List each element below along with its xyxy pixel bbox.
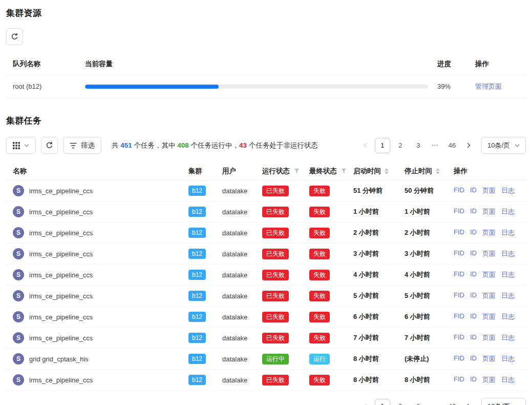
page-item-1[interactable]: 1 bbox=[375, 138, 390, 153]
run-status-cell: 已失败 bbox=[262, 270, 309, 280]
fid-link[interactable]: FID bbox=[454, 207, 464, 216]
user-name: datalake bbox=[222, 355, 247, 363]
run-status-badge: 已失败 bbox=[262, 333, 289, 343]
log-link[interactable]: 日志 bbox=[501, 270, 515, 279]
manage-page-link[interactable]: 管理页面 bbox=[475, 83, 502, 90]
cluster-tag: b12 bbox=[188, 312, 206, 322]
log-link[interactable]: 日志 bbox=[501, 291, 515, 300]
avatar: S bbox=[13, 227, 24, 238]
stop-time: 2 小时前 bbox=[405, 228, 454, 237]
prev-page-button[interactable] bbox=[359, 138, 372, 153]
user-cell: datalake bbox=[222, 292, 262, 300]
start-time: 5 小时前 bbox=[353, 291, 405, 300]
start-time: 1 小时前 bbox=[353, 207, 405, 216]
log-link[interactable]: 日志 bbox=[501, 354, 515, 363]
refresh-icon bbox=[46, 141, 53, 149]
name-cell: S irms_ce_pipeline_ccs bbox=[13, 311, 188, 322]
page-link[interactable]: 页面 bbox=[482, 375, 496, 384]
page-link[interactable]: 页面 bbox=[482, 249, 496, 258]
page-link[interactable]: 页面 bbox=[482, 270, 496, 279]
layout-grid-button[interactable] bbox=[6, 137, 36, 154]
avatar: S bbox=[13, 248, 24, 259]
id-link[interactable]: ID bbox=[470, 291, 477, 300]
fid-link[interactable]: FID bbox=[454, 354, 464, 363]
filter-funnel-icon[interactable] bbox=[341, 168, 347, 174]
fid-link[interactable]: FID bbox=[454, 333, 464, 342]
fid-link[interactable]: FID bbox=[454, 186, 464, 195]
page-item-46[interactable]: 46 bbox=[444, 399, 460, 405]
table-row: S irms_ce_pipeline_ccs b12 datalake 已失败 … bbox=[6, 307, 526, 328]
page-item-2[interactable]: 2 bbox=[393, 399, 408, 405]
page-item-46[interactable]: 46 bbox=[444, 138, 460, 153]
next-page-button[interactable] bbox=[462, 399, 476, 405]
id-link[interactable]: ID bbox=[470, 249, 477, 258]
section-title-resources: 集群资源 bbox=[6, 7, 526, 19]
page-item-2[interactable]: 2 bbox=[393, 138, 408, 153]
refresh-resources-button[interactable] bbox=[6, 28, 23, 45]
user-name: datalake bbox=[222, 208, 247, 216]
final-status-badge: 失败 bbox=[309, 228, 330, 238]
id-link[interactable]: ID bbox=[470, 333, 477, 342]
user-name: datalake bbox=[222, 271, 247, 279]
page-link[interactable]: 页面 bbox=[482, 354, 496, 363]
page-size-value: 10条/页 bbox=[487, 141, 510, 150]
log-link[interactable]: 日志 bbox=[501, 312, 515, 321]
id-link[interactable]: ID bbox=[470, 207, 477, 216]
page-link[interactable]: 页面 bbox=[482, 207, 496, 216]
prev-page-button[interactable] bbox=[359, 399, 372, 405]
page-size-select[interactable]: 10条/页 bbox=[481, 137, 526, 154]
column-header-final-status: 最终状态 bbox=[309, 167, 353, 176]
page-link[interactable]: 页面 bbox=[482, 291, 496, 300]
row-actions: FID ID 页面 日志 bbox=[454, 291, 519, 300]
fid-link[interactable]: FID bbox=[454, 228, 464, 237]
pagination-top: 1 2 3 ••• 46 10条/页 bbox=[359, 137, 526, 154]
stop-time: 1 小时前 bbox=[405, 207, 454, 216]
id-link[interactable]: ID bbox=[470, 270, 477, 279]
cluster-cell: b12 bbox=[188, 333, 222, 343]
page-link[interactable]: 页面 bbox=[482, 312, 496, 321]
page-item-3[interactable]: 3 bbox=[411, 399, 426, 405]
log-link[interactable]: 日志 bbox=[501, 333, 515, 342]
avatar: S bbox=[13, 353, 24, 364]
stop-time: 5 小时前 bbox=[405, 291, 454, 300]
log-link[interactable]: 日志 bbox=[501, 186, 515, 195]
row-actions: FID ID 页面 日志 bbox=[454, 186, 519, 195]
fid-link[interactable]: FID bbox=[454, 270, 464, 279]
id-link[interactable]: ID bbox=[470, 312, 477, 321]
sort-control[interactable] bbox=[436, 168, 440, 174]
log-link[interactable]: 日志 bbox=[501, 228, 515, 237]
column-header-label: 最终状态 bbox=[309, 167, 337, 176]
column-header-actions: 操作 bbox=[454, 167, 519, 176]
refresh-tasks-button[interactable] bbox=[41, 137, 58, 154]
filter-funnel-icon[interactable] bbox=[294, 168, 300, 174]
fid-link[interactable]: FID bbox=[454, 249, 464, 258]
name-cell: S irms_ce_pipeline_ccs bbox=[13, 332, 188, 343]
final-status-badge: 失败 bbox=[309, 291, 330, 301]
id-link[interactable]: ID bbox=[470, 354, 477, 363]
stop-time: 3 小时前 bbox=[405, 249, 454, 258]
page-link[interactable]: 页面 bbox=[482, 186, 496, 195]
page-item-1[interactable]: 1 bbox=[375, 399, 390, 405]
page-size-select[interactable]: 10条/页 bbox=[481, 398, 526, 405]
id-link[interactable]: ID bbox=[470, 228, 477, 237]
log-link[interactable]: 日志 bbox=[501, 375, 515, 384]
id-link[interactable]: ID bbox=[470, 186, 477, 195]
next-page-button[interactable] bbox=[462, 138, 476, 153]
page-ellipsis[interactable]: ••• bbox=[429, 143, 442, 148]
filter-button[interactable]: 筛选 bbox=[63, 137, 101, 154]
cluster-cell: b12 bbox=[188, 186, 222, 196]
id-link[interactable]: ID bbox=[470, 375, 477, 384]
page-item-3[interactable]: 3 bbox=[411, 138, 426, 153]
sort-control[interactable] bbox=[385, 168, 389, 174]
log-link[interactable]: 日志 bbox=[501, 207, 515, 216]
page-link[interactable]: 页面 bbox=[482, 333, 496, 342]
pagination-bottom: 1 2 3 ••• 46 10条/页 bbox=[359, 398, 526, 405]
page-link[interactable]: 页面 bbox=[482, 228, 496, 237]
final-status-cell: 运行 bbox=[309, 354, 353, 364]
log-link[interactable]: 日志 bbox=[501, 249, 515, 258]
name-cell: S irms_ce_pipeline_ccs bbox=[13, 206, 188, 217]
fid-link[interactable]: FID bbox=[454, 312, 464, 321]
fid-link[interactable]: FID bbox=[454, 375, 464, 384]
cluster-tag: b12 bbox=[188, 207, 206, 217]
fid-link[interactable]: FID bbox=[454, 291, 464, 300]
